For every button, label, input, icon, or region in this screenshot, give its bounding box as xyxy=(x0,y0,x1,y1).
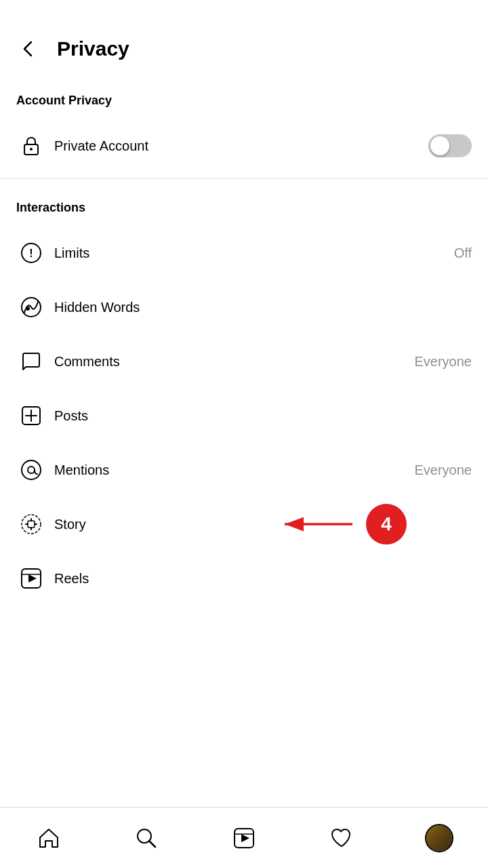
nav-search[interactable] xyxy=(119,818,174,859)
reels-item[interactable]: Reels xyxy=(0,551,488,606)
nav-home[interactable] xyxy=(22,818,76,859)
comments-label: Comments xyxy=(54,354,415,370)
limits-value: Off xyxy=(454,245,472,261)
annotation-arrow xyxy=(278,514,359,534)
mentions-item[interactable]: Mentions Everyone xyxy=(0,443,488,497)
limits-icon: ! xyxy=(16,238,46,268)
svg-point-1 xyxy=(30,148,33,151)
heart-icon xyxy=(329,826,354,850)
posts-label: Posts xyxy=(54,408,472,424)
svg-rect-13 xyxy=(28,521,35,528)
interactions-section: Interactions ! Limits Off Hidden Word xyxy=(0,184,488,606)
reels-icon xyxy=(16,564,46,593)
svg-point-10 xyxy=(22,460,41,479)
nav-profile[interactable] xyxy=(412,818,466,859)
page-title: Privacy xyxy=(57,37,129,60)
svg-point-12 xyxy=(22,515,41,534)
nav-reels[interactable] xyxy=(217,818,271,859)
mentions-icon xyxy=(16,455,46,485)
svg-point-5 xyxy=(26,307,30,311)
reels-nav-icon xyxy=(232,826,256,850)
svg-point-11 xyxy=(28,467,35,473)
avatar xyxy=(425,824,453,852)
limits-label: Limits xyxy=(54,245,454,261)
nav-activity[interactable] xyxy=(314,818,369,859)
account-privacy-section: Account Privacy Private Account xyxy=(0,77,488,179)
posts-icon xyxy=(16,401,46,431)
reels-label: Reels xyxy=(54,571,472,587)
account-privacy-label: Account Privacy xyxy=(0,77,488,119)
story-icon xyxy=(16,509,46,539)
comments-value: Everyone xyxy=(415,354,472,370)
private-account-label: Private Account xyxy=(54,138,428,154)
lock-icon xyxy=(16,131,46,161)
section-divider xyxy=(0,178,488,179)
home-icon xyxy=(37,826,61,850)
hidden-words-label: Hidden Words xyxy=(54,300,472,315)
comments-item[interactable]: Comments Everyone xyxy=(0,334,488,389)
back-button[interactable] xyxy=(14,34,43,64)
hidden-words-icon xyxy=(16,292,46,322)
annotation-badge: 4 xyxy=(366,504,407,545)
story-item[interactable]: Story 4 xyxy=(0,497,488,551)
private-account-item[interactable]: Private Account xyxy=(0,119,488,173)
private-account-toggle[interactable] xyxy=(428,134,472,157)
back-arrow-icon xyxy=(19,39,38,58)
interactions-label: Interactions xyxy=(0,184,488,226)
svg-marker-26 xyxy=(241,834,249,842)
mentions-label: Mentions xyxy=(54,462,415,478)
bottom-nav xyxy=(0,807,488,868)
svg-text:!: ! xyxy=(29,248,33,259)
mentions-value: Everyone xyxy=(415,462,472,478)
hidden-words-item[interactable]: Hidden Words xyxy=(0,280,488,334)
posts-item[interactable]: Posts xyxy=(0,389,488,443)
comments-icon xyxy=(16,347,46,376)
limits-item[interactable]: ! Limits Off xyxy=(0,226,488,280)
header: Privacy xyxy=(0,0,488,77)
story-label: Story xyxy=(54,517,472,532)
svg-marker-21 xyxy=(28,574,37,583)
search-icon xyxy=(134,826,159,850)
svg-line-24 xyxy=(149,841,155,847)
